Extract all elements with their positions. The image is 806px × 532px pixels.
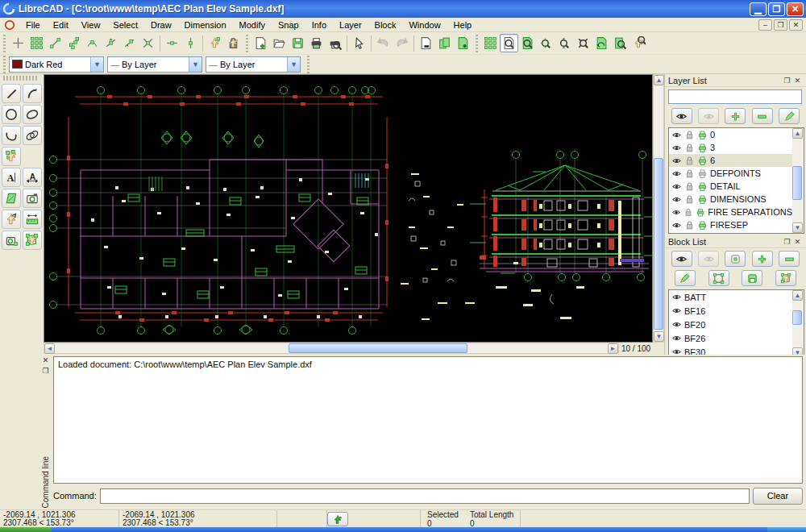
close-dock-icon[interactable]: ✕ (40, 355, 51, 365)
canvas-horizontal-scrollbar[interactable]: ◄ ► (44, 343, 619, 354)
block-list-scrollbar[interactable]: ▲ ▼ (792, 290, 804, 358)
blocks-show-all-button[interactable] (671, 251, 692, 267)
set-relative-zero-button[interactable] (206, 34, 224, 52)
layer-row-6[interactable]: 6 (669, 154, 792, 167)
command-history[interactable]: Loaded document: C:\root\www\temp\AEC Pl… (53, 356, 803, 484)
layer-attributes-button[interactable] (779, 108, 800, 124)
restore-button[interactable]: ❐ (768, 2, 785, 16)
command-input[interactable] (100, 488, 750, 504)
layer-row-fire-separations[interactable]: FIRE SEPARATIONS (669, 206, 792, 218)
block-insert-button[interactable] (708, 270, 729, 286)
zoom-pan-button[interactable] (629, 34, 648, 52)
block-attributes-button[interactable] (675, 270, 696, 286)
layer-row-0[interactable]: 0 (669, 128, 792, 141)
block-row-bf16[interactable]: BF16 (669, 304, 792, 318)
select-tool-button[interactable] (2, 147, 21, 166)
float-panel-icon[interactable]: ❐ (782, 237, 792, 247)
print-document-button[interactable] (307, 34, 326, 52)
menu-select[interactable]: Select (106, 19, 144, 31)
measure-tool-button[interactable] (23, 210, 42, 229)
text-tool-button[interactable]: A (2, 168, 21, 187)
toolbar-grip[interactable] (244, 35, 250, 52)
close-button[interactable]: ✕ (787, 2, 804, 16)
menu-view[interactable]: View (75, 19, 107, 31)
scroll-down-icon[interactable]: ▼ (654, 331, 664, 342)
spline-tool-button[interactable] (23, 126, 42, 145)
zoom-in-button[interactable] (537, 34, 555, 52)
zoom-auto-button[interactable] (574, 34, 592, 52)
menu-dimension[interactable]: Dimension (178, 19, 233, 31)
modify-tool-button[interactable] (2, 210, 21, 229)
line-type-combobox[interactable]: — By Layer ▼ (206, 56, 301, 73)
float-dock-icon[interactable]: ❐ (40, 365, 51, 376)
snap-grid-button[interactable] (27, 34, 46, 52)
block-edit-button[interactable] (775, 270, 796, 286)
scroll-up-icon[interactable]: ▲ (654, 75, 664, 85)
layer-row-3[interactable]: 3 (669, 141, 792, 154)
horizontal-scroll-thumb[interactable] (289, 343, 467, 353)
open-document-button[interactable] (270, 34, 289, 52)
palette-grip[interactable] (3, 76, 39, 81)
image-tool-button[interactable] (23, 189, 42, 208)
menu-block[interactable]: Block (368, 19, 403, 31)
pointer-button[interactable] (350, 34, 368, 52)
block-add-button[interactable] (752, 251, 773, 267)
line-width-combobox[interactable]: — By Layer ▼ (107, 56, 202, 73)
layer-scroll-thumb[interactable] (792, 166, 802, 200)
snap-intersection-button[interactable] (139, 34, 157, 52)
window-new-button[interactable] (454, 34, 472, 52)
new-document-button[interactable] (251, 34, 270, 52)
chevron-down-icon[interactable]: ▼ (189, 57, 202, 72)
dimension-tool-button[interactable]: A (23, 168, 42, 187)
menu-edit[interactable]: Edit (47, 19, 75, 31)
block-edit-tool-button[interactable] (23, 231, 42, 250)
toolbar-grip[interactable] (474, 35, 480, 52)
minimize-button[interactable]: ▁ (750, 2, 767, 16)
windows-taskbar-edge[interactable] (0, 527, 806, 532)
hatch-tool-button[interactable] (2, 189, 21, 208)
scroll-right-icon[interactable]: ► (608, 343, 618, 354)
arc-tool-button[interactable] (23, 84, 42, 103)
snap-middle-button[interactable] (102, 34, 120, 52)
line-tool-button[interactable] (2, 84, 21, 103)
menu-info[interactable]: Info (305, 19, 333, 31)
chevron-down-icon[interactable]: ▼ (287, 57, 300, 72)
menu-snap[interactable]: Snap (272, 19, 305, 31)
layer-add-button[interactable] (725, 108, 746, 124)
layer-row-defpoints[interactable]: DEFPOINTS (669, 167, 792, 180)
layer-remove-button[interactable] (752, 108, 773, 124)
menu-file[interactable]: File (19, 19, 47, 31)
chevron-down-icon[interactable]: ▼ (90, 57, 103, 72)
snap-free-button[interactable] (9, 34, 27, 52)
close-panel-icon[interactable]: ✕ (792, 76, 803, 85)
snap-on-entity-button[interactable] (64, 34, 83, 52)
snap-distance-button[interactable] (120, 34, 139, 52)
toolbar-grip[interactable] (2, 56, 7, 73)
float-panel-icon[interactable]: ❐ (782, 76, 792, 85)
menu-layer[interactable]: Layer (333, 19, 368, 31)
print-preview-button[interactable] (326, 34, 344, 52)
menu-modify[interactable]: Modify (233, 19, 272, 31)
block-remove-button[interactable] (779, 251, 800, 267)
clear-button[interactable]: Clear (753, 488, 803, 505)
menu-draw[interactable]: Draw (144, 19, 178, 31)
grab-hand-button[interactable] (327, 512, 348, 526)
save-document-button[interactable] (289, 34, 307, 52)
zoom-window-button[interactable] (500, 34, 518, 52)
polyline-tool-button[interactable] (2, 126, 21, 145)
redraw-button[interactable] (592, 34, 611, 52)
zoom-previous-button[interactable] (611, 34, 629, 52)
mdi-minimize-button[interactable]: – (758, 19, 772, 31)
scroll-up-icon[interactable]: ▲ (792, 290, 803, 301)
layer-row-dimensions[interactable]: DIMENSIONS (669, 193, 792, 206)
close-document-button[interactable] (417, 34, 435, 52)
lock-relative-zero-button[interactable] (224, 34, 243, 52)
ellipse-tool-button[interactable] (23, 105, 42, 124)
color-combobox[interactable]: Dark Red ▼ (9, 56, 104, 73)
window-cascade-button[interactable] (435, 34, 454, 52)
zoom-out-button[interactable] (555, 34, 574, 52)
layer-list-scrollbar[interactable]: ▲ ▼ (792, 128, 804, 233)
scroll-left-icon[interactable]: ◄ (44, 343, 55, 354)
zoom-page-button[interactable] (518, 34, 537, 52)
circle-tool-button[interactable] (2, 105, 21, 124)
